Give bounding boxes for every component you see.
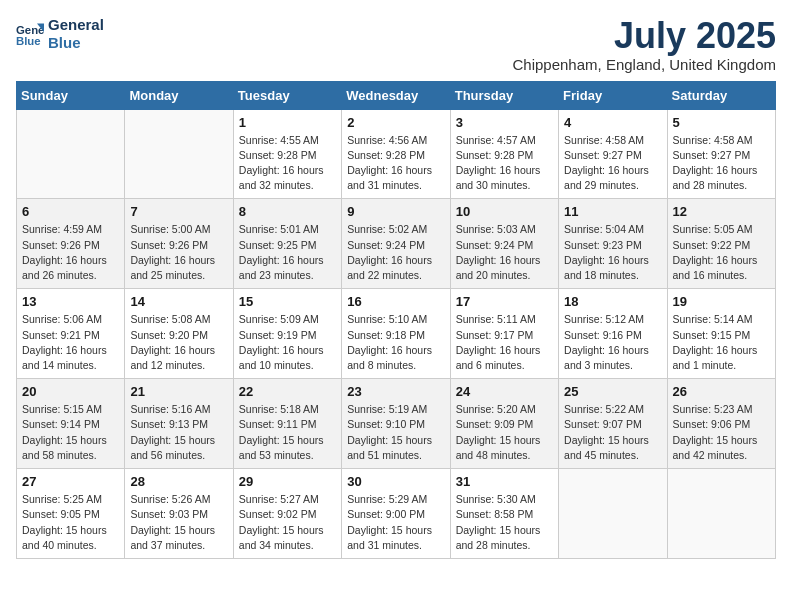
day-number: 16 [347,294,444,309]
calendar-day-cell: 26Sunrise: 5:23 AM Sunset: 9:06 PM Dayli… [667,379,775,469]
calendar-day-cell: 13Sunrise: 5:06 AM Sunset: 9:21 PM Dayli… [17,289,125,379]
day-number: 23 [347,384,444,399]
calendar-day-cell: 25Sunrise: 5:22 AM Sunset: 9:07 PM Dayli… [559,379,667,469]
day-number: 12 [673,204,770,219]
calendar-day-cell: 1Sunrise: 4:55 AM Sunset: 9:28 PM Daylig… [233,109,341,199]
day-number: 24 [456,384,553,399]
day-info: Sunrise: 5:01 AM Sunset: 9:25 PM Dayligh… [239,222,336,283]
calendar-table: SundayMondayTuesdayWednesdayThursdayFrid… [16,81,776,559]
calendar-day-cell: 4Sunrise: 4:58 AM Sunset: 9:27 PM Daylig… [559,109,667,199]
calendar-day-cell [667,469,775,559]
day-info: Sunrise: 4:58 AM Sunset: 9:27 PM Dayligh… [673,133,770,194]
day-info: Sunrise: 4:55 AM Sunset: 9:28 PM Dayligh… [239,133,336,194]
day-info: Sunrise: 5:00 AM Sunset: 9:26 PM Dayligh… [130,222,227,283]
day-info: Sunrise: 5:26 AM Sunset: 9:03 PM Dayligh… [130,492,227,553]
day-number: 17 [456,294,553,309]
calendar-day-cell: 3Sunrise: 4:57 AM Sunset: 9:28 PM Daylig… [450,109,558,199]
day-number: 1 [239,115,336,130]
day-number: 8 [239,204,336,219]
calendar-week-row: 13Sunrise: 5:06 AM Sunset: 9:21 PM Dayli… [17,289,776,379]
day-info: Sunrise: 5:05 AM Sunset: 9:22 PM Dayligh… [673,222,770,283]
day-number: 6 [22,204,119,219]
day-number: 20 [22,384,119,399]
calendar-day-cell: 21Sunrise: 5:16 AM Sunset: 9:13 PM Dayli… [125,379,233,469]
day-info: Sunrise: 5:25 AM Sunset: 9:05 PM Dayligh… [22,492,119,553]
day-info: Sunrise: 5:16 AM Sunset: 9:13 PM Dayligh… [130,402,227,463]
calendar-day-cell: 12Sunrise: 5:05 AM Sunset: 9:22 PM Dayli… [667,199,775,289]
day-number: 2 [347,115,444,130]
calendar-day-cell: 11Sunrise: 5:04 AM Sunset: 9:23 PM Dayli… [559,199,667,289]
day-number: 9 [347,204,444,219]
month-year: July 2025 [512,16,776,56]
day-number: 4 [564,115,661,130]
day-info: Sunrise: 5:03 AM Sunset: 9:24 PM Dayligh… [456,222,553,283]
day-info: Sunrise: 5:20 AM Sunset: 9:09 PM Dayligh… [456,402,553,463]
calendar-day-cell: 8Sunrise: 5:01 AM Sunset: 9:25 PM Daylig… [233,199,341,289]
logo-text-line1: General [48,16,104,34]
day-number: 26 [673,384,770,399]
day-number: 28 [130,474,227,489]
calendar-day-cell: 30Sunrise: 5:29 AM Sunset: 9:00 PM Dayli… [342,469,450,559]
day-info: Sunrise: 5:15 AM Sunset: 9:14 PM Dayligh… [22,402,119,463]
calendar-day-cell: 29Sunrise: 5:27 AM Sunset: 9:02 PM Dayli… [233,469,341,559]
day-info: Sunrise: 5:30 AM Sunset: 8:58 PM Dayligh… [456,492,553,553]
day-info: Sunrise: 5:22 AM Sunset: 9:07 PM Dayligh… [564,402,661,463]
logo-icon: General Blue [16,20,44,48]
day-number: 11 [564,204,661,219]
day-number: 5 [673,115,770,130]
calendar-day-cell: 9Sunrise: 5:02 AM Sunset: 9:24 PM Daylig… [342,199,450,289]
location: Chippenham, England, United Kingdom [512,56,776,73]
weekday-header: Friday [559,81,667,109]
day-info: Sunrise: 5:23 AM Sunset: 9:06 PM Dayligh… [673,402,770,463]
calendar-day-cell: 10Sunrise: 5:03 AM Sunset: 9:24 PM Dayli… [450,199,558,289]
calendar-day-cell: 28Sunrise: 5:26 AM Sunset: 9:03 PM Dayli… [125,469,233,559]
calendar-day-cell: 17Sunrise: 5:11 AM Sunset: 9:17 PM Dayli… [450,289,558,379]
day-info: Sunrise: 5:19 AM Sunset: 9:10 PM Dayligh… [347,402,444,463]
day-number: 19 [673,294,770,309]
day-number: 10 [456,204,553,219]
day-number: 15 [239,294,336,309]
calendar-day-cell: 7Sunrise: 5:00 AM Sunset: 9:26 PM Daylig… [125,199,233,289]
calendar-day-cell: 14Sunrise: 5:08 AM Sunset: 9:20 PM Dayli… [125,289,233,379]
day-number: 18 [564,294,661,309]
day-info: Sunrise: 5:02 AM Sunset: 9:24 PM Dayligh… [347,222,444,283]
weekday-header: Monday [125,81,233,109]
calendar-day-cell: 31Sunrise: 5:30 AM Sunset: 8:58 PM Dayli… [450,469,558,559]
calendar-week-row: 6Sunrise: 4:59 AM Sunset: 9:26 PM Daylig… [17,199,776,289]
calendar-day-cell: 18Sunrise: 5:12 AM Sunset: 9:16 PM Dayli… [559,289,667,379]
calendar-day-cell: 24Sunrise: 5:20 AM Sunset: 9:09 PM Dayli… [450,379,558,469]
day-info: Sunrise: 4:58 AM Sunset: 9:27 PM Dayligh… [564,133,661,194]
day-info: Sunrise: 4:56 AM Sunset: 9:28 PM Dayligh… [347,133,444,194]
day-info: Sunrise: 5:09 AM Sunset: 9:19 PM Dayligh… [239,312,336,373]
weekday-header: Thursday [450,81,558,109]
calendar-day-cell [125,109,233,199]
day-info: Sunrise: 5:08 AM Sunset: 9:20 PM Dayligh… [130,312,227,373]
logo-text-line2: Blue [48,34,104,52]
day-info: Sunrise: 5:04 AM Sunset: 9:23 PM Dayligh… [564,222,661,283]
weekday-header: Tuesday [233,81,341,109]
calendar-week-row: 20Sunrise: 5:15 AM Sunset: 9:14 PM Dayli… [17,379,776,469]
day-number: 30 [347,474,444,489]
calendar-day-cell: 27Sunrise: 5:25 AM Sunset: 9:05 PM Dayli… [17,469,125,559]
calendar-day-cell: 6Sunrise: 4:59 AM Sunset: 9:26 PM Daylig… [17,199,125,289]
day-info: Sunrise: 5:06 AM Sunset: 9:21 PM Dayligh… [22,312,119,373]
day-info: Sunrise: 5:12 AM Sunset: 9:16 PM Dayligh… [564,312,661,373]
day-number: 7 [130,204,227,219]
calendar-day-cell [17,109,125,199]
calendar-header-row: SundayMondayTuesdayWednesdayThursdayFrid… [17,81,776,109]
day-info: Sunrise: 5:10 AM Sunset: 9:18 PM Dayligh… [347,312,444,373]
calendar-day-cell: 16Sunrise: 5:10 AM Sunset: 9:18 PM Dayli… [342,289,450,379]
calendar-day-cell: 20Sunrise: 5:15 AM Sunset: 9:14 PM Dayli… [17,379,125,469]
calendar-week-row: 27Sunrise: 5:25 AM Sunset: 9:05 PM Dayli… [17,469,776,559]
weekday-header: Wednesday [342,81,450,109]
day-number: 25 [564,384,661,399]
logo: General Blue General Blue [16,16,104,52]
calendar-day-cell: 15Sunrise: 5:09 AM Sunset: 9:19 PM Dayli… [233,289,341,379]
calendar-day-cell: 22Sunrise: 5:18 AM Sunset: 9:11 PM Dayli… [233,379,341,469]
day-number: 22 [239,384,336,399]
day-info: Sunrise: 4:57 AM Sunset: 9:28 PM Dayligh… [456,133,553,194]
weekday-header: Sunday [17,81,125,109]
svg-text:Blue: Blue [16,35,41,47]
calendar-day-cell [559,469,667,559]
page-header: General Blue General Blue July 2025 Chip… [16,16,776,73]
